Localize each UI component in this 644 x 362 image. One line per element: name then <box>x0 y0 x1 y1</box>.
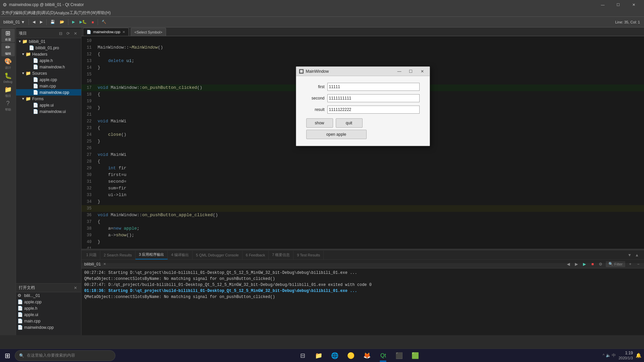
maximize-button[interactable]: ☐ <box>610 0 626 9</box>
start-button[interactable]: ⊞ <box>0 349 15 362</box>
tab-mainwindow-cpp[interactable]: 📄 mainwindow.cpp ✕ <box>83 28 129 36</box>
tree-folder-sources[interactable]: ▼ 📁 Sources <box>16 70 81 76</box>
forward-button[interactable]: ▶ <box>38 18 45 26</box>
open-file-bilibili[interactable]: ⚙ bilil..._01 <box>16 292 81 299</box>
mainwindow-dialog[interactable]: 🔲 MainWindow — ☐ ✕ first second <box>296 66 430 146</box>
build-button[interactable]: 🔨 <box>100 18 108 26</box>
sync-button[interactable]: ⟳ <box>65 31 71 37</box>
close-panel-button[interactable]: ✕ <box>72 31 78 37</box>
menu-help[interactable]: 帮助(H) <box>97 10 111 16</box>
menu-build[interactable]: 构建(B) <box>28 10 41 16</box>
open-files-close[interactable]: ✕ <box>72 285 78 291</box>
taskbar-app-vs[interactable]: ⬛ <box>392 349 407 362</box>
toolbar-sep-4 <box>98 19 98 25</box>
tree-root[interactable]: ▼ 📁 bilibili_01 <box>16 38 81 45</box>
file-icon-pro: 📄 <box>29 45 34 50</box>
activity-project[interactable]: 📁 项目 <box>1 85 15 99</box>
output-content-toolbar: bilibili_01 ✕ ◀ ▶ ▶ ■ ⚙ 🔍 Filter + − <box>82 260 644 268</box>
taskbar-app-explorer[interactable]: 📁 <box>311 349 326 362</box>
dialog-close-button[interactable]: ✕ <box>418 68 427 75</box>
taskbar-app-edge[interactable]: 🌐 <box>327 349 342 362</box>
output-zoom-out[interactable]: − <box>635 261 641 267</box>
tree-file-mainwindow-h[interactable]: 📄 mainwindow.h <box>16 64 81 70</box>
menu-tools[interactable]: 工具(T) <box>69 10 83 16</box>
activity-edit[interactable]: ✏ 编辑 <box>1 43 15 56</box>
open-file-apple-ui[interactable]: 📄 apple.ui <box>16 311 81 318</box>
output-collapse[interactable]: ▼ <box>627 252 633 258</box>
code-line-37: 37 { <box>82 219 644 225</box>
tree-folder-forms[interactable]: ▼ 📁 Forms <box>16 96 81 102</box>
open-file-main-cpp[interactable]: 📄 main.cpp <box>16 318 81 324</box>
tree-file-apple-cpp[interactable]: 📄 apple.cpp <box>16 76 81 83</box>
output-zoom-in[interactable]: + <box>627 261 633 267</box>
output-tab-qml[interactable]: 5 QML Debugger Console <box>193 251 242 259</box>
open-apple-button[interactable]: open apple <box>306 130 367 139</box>
output-run[interactable]: ▶ <box>582 261 588 267</box>
resize-handle-editor-output[interactable] <box>82 249 644 250</box>
output-close-tab[interactable]: ✕ <box>103 262 106 266</box>
filter-button[interactable]: ⊟ <box>58 31 64 37</box>
output-line-2: QMetaObject::connectSlotsByName: No matc… <box>84 276 641 282</box>
save-button[interactable]: 💾 <box>48 18 57 26</box>
output-tab-search[interactable]: 2 Search Results <box>100 251 136 259</box>
open-file-mainwindow-cpp[interactable]: 📄 mainwindow.cpp <box>16 324 81 330</box>
dialog-maximize-button[interactable]: ☐ <box>406 68 416 75</box>
output-tab-app-output[interactable]: 3 应用程序输出 <box>136 251 168 259</box>
dialog-minimize-button[interactable]: — <box>395 68 404 75</box>
code-line-34: 34 } <box>82 198 644 205</box>
menu-edit[interactable]: 编辑(E) <box>14 10 28 16</box>
menu-debug[interactable]: 调试(D) <box>41 10 55 16</box>
tree-file-pro[interactable]: 📄 bilibili_01.pro <box>16 45 81 51</box>
activity-debug[interactable]: 🐛 Debug <box>1 71 15 84</box>
taskbar-app-firefox[interactable]: 🦊 <box>360 349 374 362</box>
taskbar-notification[interactable]: 🔔 <box>636 353 641 358</box>
close-button[interactable]: ✕ <box>626 0 641 9</box>
result-input[interactable] <box>327 106 420 114</box>
taskbar-search[interactable]: 🔍 在这里输入你要搜索的内容 <box>15 350 115 361</box>
tree-folder-headers[interactable]: ▼ 📁 Headers <box>16 51 81 57</box>
taskbar-app-qtcreator[interactable]: Qt <box>376 349 390 362</box>
taskbar-app-chrome[interactable]: 🟡 <box>343 349 358 362</box>
output-tab-problems[interactable]: 1 问题 <box>83 251 100 259</box>
output-settings[interactable]: ⚙ <box>598 261 604 267</box>
output-tab-feedback[interactable]: 6 Feedback <box>243 251 269 259</box>
debug-run-button[interactable]: ▶🐛 <box>77 18 89 26</box>
output-nav-prev[interactable]: ◀ <box>566 261 572 267</box>
open-file-apple-h[interactable]: 📄 apple.h <box>16 305 81 311</box>
taskbar-app-green[interactable]: 🟩 <box>408 349 423 362</box>
quit-button[interactable]: quit <box>336 118 363 128</box>
second-input[interactable] <box>327 94 420 102</box>
back-button[interactable]: ◀ <box>31 18 37 26</box>
tab-close-button[interactable]: ✕ <box>122 30 125 34</box>
output-tab-compile[interactable]: 4 编译输出 <box>168 251 193 259</box>
tree-arrow-forms: ▼ <box>21 97 25 101</box>
output-stop[interactable]: ■ <box>590 261 596 267</box>
output-tab-summary[interactable]: 7 概要信息 <box>269 251 293 259</box>
menu-controls[interactable]: 控件(W) <box>83 10 97 16</box>
tab-select-symbol[interactable]: <Select Symbol> <box>131 28 166 36</box>
minimize-button[interactable]: — <box>595 0 610 9</box>
tree-file-mainwindow-ui[interactable]: 📄 mainwindow.ui <box>16 108 81 115</box>
open-file-apple-cpp[interactable]: 📄 apple.cpp <box>16 299 81 305</box>
activity-welcome[interactable]: ⊞ 欢迎 <box>1 29 15 42</box>
output-tab-test[interactable]: 9 Test Results <box>293 251 324 259</box>
run-button[interactable]: ▶ <box>70 18 77 26</box>
taskbar-app-task-view[interactable]: ⊟ <box>295 349 310 362</box>
tree-file-apple-h[interactable]: 📄 apple.h <box>16 57 81 64</box>
output-nav-next[interactable]: ▶ <box>574 261 580 267</box>
tree-file-main-cpp[interactable]: 📄 main.cpp <box>16 83 81 89</box>
first-label: first <box>306 84 325 89</box>
open-button[interactable]: 📂 <box>58 18 66 26</box>
activity-help[interactable]: ? 帮助 <box>1 99 15 113</box>
activity-design[interactable]: 🎨 设计 <box>1 57 15 70</box>
menu-analyze[interactable]: Analyze <box>55 11 69 15</box>
show-button[interactable]: show <box>306 118 333 128</box>
tree-file-apple-ui[interactable]: 📄 apple.ui <box>16 102 81 108</box>
stop-button[interactable]: ■ <box>90 18 96 26</box>
tree-label-apple-cpp: apple.cpp <box>40 77 57 82</box>
menu-file[interactable]: 文件(F) <box>1 10 14 16</box>
output-expand[interactable]: ▲ <box>634 252 640 258</box>
project-selector[interactable]: bilibili_01 ▼ <box>1 18 27 26</box>
first-input[interactable] <box>327 83 420 91</box>
tree-file-mainwindow-cpp[interactable]: 📄 mainwindow.cpp <box>16 89 81 96</box>
